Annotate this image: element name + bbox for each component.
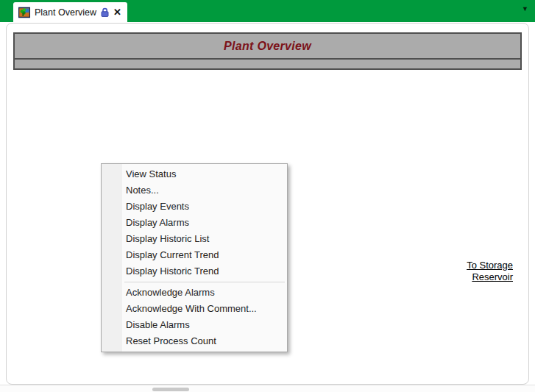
menu-item-view-status[interactable]: View Status: [102, 166, 287, 182]
title-banner: Plant Overview: [13, 32, 522, 70]
menu-item-display-historic-trend[interactable]: Display Historic Trend: [102, 263, 287, 279]
title-banner-main: Plant Overview: [13, 32, 522, 60]
title-banner-sub: [13, 60, 522, 70]
menu-item-display-historic-list[interactable]: Display Historic List: [102, 231, 287, 247]
menu-item-disable-alarms[interactable]: Disable Alarms: [102, 317, 287, 333]
tab-list-dropdown-icon[interactable]: ▼: [522, 6, 528, 13]
menu-item-display-events[interactable]: Display Events: [102, 199, 287, 215]
tab-plant-overview[interactable]: Plant Overview ✕: [13, 2, 127, 22]
menu-item-display-alarms[interactable]: Display Alarms: [102, 215, 287, 231]
lock-icon: [101, 7, 109, 17]
horizontal-scrollbar-thumb[interactable]: [152, 388, 189, 391]
tab-bar: Plant Overview ✕ ▼: [0, 0, 535, 22]
menu-item-reset-process-count[interactable]: Reset Process Count: [102, 333, 287, 349]
to-storage-line2: Reservoir: [472, 271, 513, 282]
page-title: Plant Overview: [224, 40, 311, 53]
tab-title: Plant Overview: [35, 7, 96, 18]
horizontal-scrollbar[interactable]: [0, 385, 535, 392]
menu-item-acknowledge-with-comment[interactable]: Acknowledge With Comment...: [102, 301, 287, 317]
context-menu: View Status Notes... Display Events Disp…: [101, 163, 288, 352]
tab-close-icon[interactable]: ✕: [113, 7, 121, 17]
menu-item-acknowledge-alarms[interactable]: Acknowledge Alarms: [102, 285, 287, 301]
menu-separator: [124, 282, 285, 282]
menu-item-display-current-trend[interactable]: Display Current Trend: [102, 247, 287, 263]
to-storage-reservoir-label: To Storage Reservoir: [442, 260, 513, 283]
plant-picture-icon: [18, 7, 30, 18]
to-storage-line1: To Storage: [467, 260, 513, 271]
menu-item-notes[interactable]: Notes...: [102, 182, 287, 199]
